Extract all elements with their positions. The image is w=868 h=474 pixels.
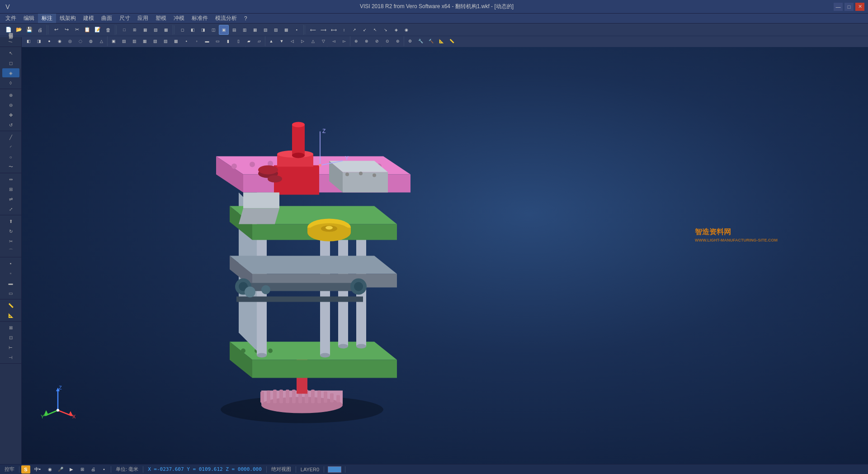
tb-m4[interactable]: ↕ xyxy=(339,25,349,35)
tb2-sys1[interactable]: ⚙ xyxy=(405,36,415,46)
status-icon-mic[interactable]: 🎤 xyxy=(56,465,66,474)
sb-layer1[interactable]: ▪ xyxy=(2,259,19,268)
sb-select-all[interactable]: ◈ xyxy=(2,68,19,77)
sb-scale[interactable]: ⤢ xyxy=(2,204,19,213)
tb2-img11[interactable]: ▭ xyxy=(212,36,222,46)
maximize-button[interactable]: □ xyxy=(844,3,854,11)
tb2-v5[interactable]: △ xyxy=(308,36,318,46)
tb2-wp5[interactable]: ⊚ xyxy=(393,36,403,46)
tb-s12[interactable]: ▪ xyxy=(292,25,302,35)
tb2-s10[interactable]: △ xyxy=(96,36,106,46)
menu-standard[interactable]: 标准件 xyxy=(188,14,212,23)
tb2-sys2[interactable]: 🔧 xyxy=(415,36,425,46)
tb-m5[interactable]: ↗ xyxy=(349,25,359,35)
sb-pan[interactable]: ✥ xyxy=(2,110,19,119)
tb-s9[interactable]: ▧ xyxy=(260,25,270,35)
menu-surface[interactable]: 曲面 xyxy=(98,14,116,23)
sb-misc4[interactable]: ⊣ xyxy=(2,353,19,362)
tb2-s5[interactable]: ● xyxy=(44,36,54,46)
tb-v2[interactable]: ⊞ xyxy=(130,25,140,35)
tb2-v7[interactable]: ◅ xyxy=(329,36,339,46)
menu-build[interactable]: 建模 xyxy=(80,14,98,23)
status-icon-print[interactable]: 🖨 xyxy=(88,465,98,474)
tb-print[interactable]: 🖨 xyxy=(35,25,45,35)
menu-mold[interactable]: 塑模 xyxy=(152,14,170,23)
menu-help[interactable]: ? xyxy=(241,14,251,23)
menu-annotation[interactable]: 标注 xyxy=(38,14,56,23)
sb-circle[interactable]: ○ xyxy=(2,152,19,161)
tb-s5[interactable]: ▣ xyxy=(219,25,229,35)
tb2-img2[interactable]: ▤ xyxy=(119,36,129,46)
sb-copy-t[interactable]: ⊞ xyxy=(2,185,19,194)
sb-rotate[interactable]: ↺ xyxy=(2,120,19,129)
minimize-button[interactable]: — xyxy=(834,3,843,11)
tb-s6[interactable]: ▤ xyxy=(229,25,239,35)
tb-m10[interactable]: ◉ xyxy=(401,25,411,35)
tb-m9[interactable]: ◈ xyxy=(391,25,401,35)
tb-paste[interactable]: 📝 xyxy=(93,25,103,35)
sb-zoom-out[interactable]: ⊖ xyxy=(2,100,19,109)
tb-s8[interactable]: ▦ xyxy=(250,25,260,35)
tb2-img12[interactable]: ▮ xyxy=(223,36,233,46)
viewport[interactable]: Z Y Z X Y 智造资料网 WWW.LIGHT-MANUF xyxy=(22,47,868,465)
sb-layer2[interactable]: ▫ xyxy=(2,269,19,278)
tb2-img7[interactable]: ▩ xyxy=(171,36,181,46)
sb-zoom-in[interactable]: ⊕ xyxy=(2,90,19,100)
sb-cut[interactable]: ✂ xyxy=(2,237,19,246)
menu-flow[interactable]: 模流分析 xyxy=(212,14,241,23)
tb2-wp4[interactable]: ⊙ xyxy=(382,36,392,46)
tb2-img1[interactable]: ▣ xyxy=(108,36,118,46)
tb2-s7[interactable]: ◎ xyxy=(65,36,75,46)
tb2-v6[interactable]: ▽ xyxy=(318,36,328,46)
tb-m7[interactable]: ↖ xyxy=(370,25,380,35)
close-button[interactable]: ✕ xyxy=(855,3,864,11)
tb2-img3[interactable]: ▥ xyxy=(129,36,139,46)
tb-delete[interactable]: 🗑 xyxy=(103,25,113,35)
tb2-v1[interactable]: ▲ xyxy=(266,36,276,46)
tb2-img9[interactable]: ▫ xyxy=(192,36,202,46)
tb2-img8[interactable]: ▪ xyxy=(181,36,191,46)
tb-m8[interactable]: ↘ xyxy=(381,25,391,35)
tb-s4[interactable]: ◫ xyxy=(208,25,218,35)
sb-select-filter[interactable]: ◊ xyxy=(2,78,19,87)
tb2-v2[interactable]: ▼ xyxy=(277,36,287,46)
tb-m1[interactable]: ⟵ xyxy=(308,25,318,35)
tb-v4[interactable]: ▧ xyxy=(151,25,160,35)
status-color-swatch[interactable] xyxy=(328,466,341,473)
sb-misc1[interactable]: ⊠ xyxy=(2,323,19,332)
tb-m3[interactable]: ⟷ xyxy=(329,25,339,35)
sb-revolve[interactable]: ↻ xyxy=(2,227,19,236)
tb-cut[interactable]: ✂ xyxy=(72,25,82,35)
tb-new[interactable]: 📄 xyxy=(4,25,14,35)
tb2-img14[interactable]: ▰ xyxy=(244,36,254,46)
sb-select-box[interactable]: ◻ xyxy=(2,58,19,67)
tb2-s6[interactable]: ◉ xyxy=(55,36,65,46)
menu-wireframe[interactable]: 线架构 xyxy=(56,14,80,23)
tb-undo[interactable]: ↩ xyxy=(51,25,61,35)
tb-save[interactable]: 💾 xyxy=(24,25,34,35)
tb-copy[interactable]: 📋 xyxy=(82,25,92,35)
tb-v5[interactable]: ▩ xyxy=(161,25,171,35)
tb2-wp2[interactable]: ⊗ xyxy=(362,36,372,46)
status-icon-s[interactable]: S xyxy=(21,465,30,474)
menu-edit[interactable]: 编辑 xyxy=(20,14,38,23)
tb2-sys3[interactable]: 🔨 xyxy=(426,36,436,46)
sb-layer3[interactable]: ▬ xyxy=(2,279,19,288)
tb-redo[interactable]: ↪ xyxy=(61,25,71,35)
tb-s1[interactable]: ◻ xyxy=(177,25,187,35)
sb-misc3[interactable]: ⊢ xyxy=(2,343,19,352)
tb2-sys5[interactable]: 📏 xyxy=(447,36,457,46)
tb-s7[interactable]: ▥ xyxy=(240,25,250,35)
sb-move[interactable]: ⇔ xyxy=(2,175,19,184)
sb-measure1[interactable]: 📏 xyxy=(2,301,19,310)
tb2-wp3[interactable]: ⊘ xyxy=(372,36,382,46)
menu-die[interactable]: 冲模 xyxy=(170,14,188,23)
tb2-img13[interactable]: ▯ xyxy=(233,36,243,46)
tb-s11[interactable]: ▩ xyxy=(281,25,291,35)
tb2-img15[interactable]: ▱ xyxy=(254,36,264,46)
tb-s3[interactable]: ◨ xyxy=(198,25,208,35)
sb-arc[interactable]: ◜ xyxy=(2,142,19,152)
tb-v1[interactable]: □ xyxy=(119,25,129,35)
status-icon-play[interactable]: ▶ xyxy=(66,465,76,474)
sb-measure2[interactable]: 📐 xyxy=(2,311,19,320)
